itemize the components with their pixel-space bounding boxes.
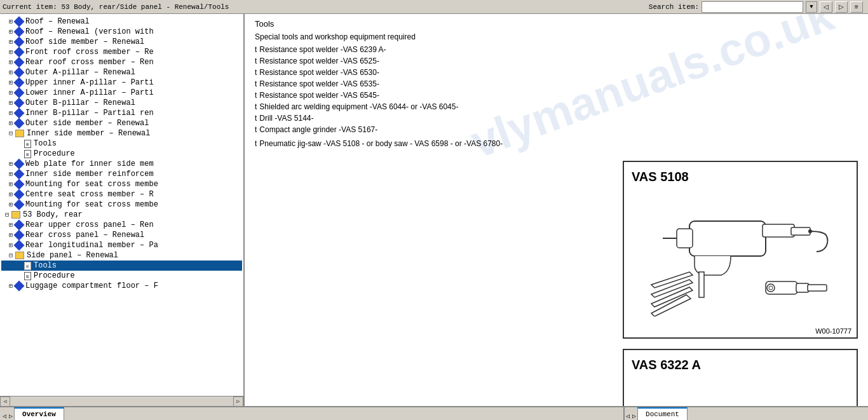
expand-icon[interactable]: ⊟ — [6, 251, 15, 260]
diamond-icon — [14, 159, 25, 170]
tree-item-side-panel-renewal[interactable]: ⊟ Side panel – Renewal — [1, 250, 242, 261]
main-container: ⊞ Roof – Renewal ⊞ Roof – Renewal (versi… — [0, 14, 868, 420]
tree-item-upper-inner-a[interactable]: ⊞ Upper inner A-pillar – Parti — [1, 78, 242, 88]
svg-rect-2 — [763, 224, 794, 237]
tree-label: Roof – Renewal — [25, 17, 90, 26]
svg-rect-1 — [677, 229, 693, 248]
tool-text: Resistance spot welder -VAS 6525- — [259, 57, 379, 65]
tree-item-roof-side-member[interactable]: ⊞ Roof side member – Renewal — [1, 37, 242, 47]
vas-5108-title: VAS 5108 — [632, 170, 849, 184]
tree-item-roof-renewal[interactable]: ⊞ Roof – Renewal — [1, 17, 242, 27]
right-panel[interactable]: vlymanuals.co.uk Tools Special tools and… — [245, 14, 868, 406]
svg-rect-8 — [796, 283, 809, 292]
search-area: Search item: ▼ ◁ ▷ ≡ — [649, 1, 863, 13]
right-nav-next[interactable]: ▷ — [631, 412, 637, 420]
folder-open-icon — [11, 211, 20, 219]
left-panel: ⊞ Roof – Renewal ⊞ Roof – Renewal (versi… — [0, 14, 245, 406]
tree-item-inner-b-pillar[interactable]: ⊞ Inner B-pillar – Partial ren — [1, 108, 242, 118]
svg-point-11 — [769, 286, 773, 290]
tree-item-mounting-seat-1[interactable]: ⊞ Mounting for seat cross membe — [1, 179, 242, 189]
search-options-button[interactable]: ≡ — [850, 1, 863, 13]
tree-item-outer-a-pillar[interactable]: ⊞ Outer A-pillar – Renewal — [1, 67, 242, 78]
tree-item-web-plate[interactable]: ⊞ Web plate for inner side mem — [1, 159, 242, 169]
scroll-left-arrow[interactable]: ◁ — [0, 396, 10, 407]
tree-item-side-panel-procedure[interactable]: ≡ Procedure — [1, 271, 242, 281]
tree-label: Roof – Renewal (version with — [25, 27, 154, 36]
tree-label: Web plate for inner side mem — [25, 159, 154, 168]
diamond-icon — [14, 67, 25, 78]
tree-label: Mounting for seat cross membe — [25, 180, 158, 189]
tab-document[interactable]: Document — [637, 407, 688, 420]
tree-item-roof-renewal-version[interactable]: ⊞ Roof – Renewal (version with — [1, 27, 242, 37]
tool-text: Pneumatic jig-saw -VAS 5108 - or body sa… — [259, 139, 503, 148]
svg-rect-0 — [689, 221, 766, 256]
tool-item-4: t Resistance spot welder -VAS 6535- — [255, 79, 858, 88]
doc-icon: ≡ — [24, 150, 31, 158]
tool-text: Resistance spot welder -VAS 6535- — [259, 79, 379, 88]
expand-icon[interactable]: ⊟ — [3, 210, 11, 219]
expand-icon[interactable]: ⊟ — [6, 129, 15, 138]
left-nav-prev[interactable]: ◁ — [1, 412, 8, 420]
diamond-icon — [14, 179, 25, 190]
vas-6322-title: VAS 6322 A — [632, 358, 849, 372]
svg-rect-9 — [808, 285, 827, 291]
tree-item-rear-cross-panel[interactable]: ⊞ Rear cross panel – Renewal — [1, 230, 242, 240]
tree-item-rear-longitudinal[interactable]: ⊞ Rear longitudinal member – Pa — [1, 240, 242, 250]
diamond-icon — [14, 200, 25, 210]
tree-item-rear-upper-cross[interactable]: ⊞ Rear upper cross panel – Ren — [1, 220, 242, 230]
tool-item-8: t Compact angle grinder -VAS 5167- — [255, 125, 858, 134]
tree-label: Inner side member reinforcem — [25, 170, 154, 179]
diamond-icon — [14, 118, 25, 129]
diamond-icon — [14, 98, 25, 109]
search-next-button[interactable]: ▷ — [835, 1, 848, 13]
tree-label: Upper inner A-pillar – Parti — [25, 78, 154, 87]
tree-label: Procedure — [34, 149, 75, 158]
tool-item-9: t Pneumatic jig-saw -VAS 5108 - or body … — [255, 139, 858, 148]
tree-item-inner-side-procedure[interactable]: ≡ Procedure — [1, 149, 242, 159]
diamond-icon — [14, 57, 25, 68]
tree-item-centre-seat[interactable]: ⊞ Centre seat cross member – R — [1, 189, 242, 200]
tool-item-5: t Resistance spot welder -VAS 6545- — [255, 91, 858, 100]
tree-item-luggage-floor[interactable]: ⊞ Luggage compartment floor – F — [1, 281, 242, 291]
tree-label: Lower inner A-pillar – Parti — [25, 88, 154, 97]
diamond-icon — [14, 220, 25, 231]
tree-container[interactable]: ⊞ Roof – Renewal ⊞ Roof – Renewal (versi… — [0, 14, 243, 396]
content-area: ⊞ Roof – Renewal ⊞ Roof – Renewal (versi… — [0, 14, 868, 406]
tool-item-3: t Resistance spot welder -VAS 6530- — [255, 68, 858, 77]
tab-overview-label: Overview — [22, 410, 56, 418]
tool-svg — [639, 189, 842, 316]
tree-item-inner-side-member[interactable]: ⊟ Inner side member – Renewal — [1, 128, 242, 139]
right-nav-prev[interactable]: ◁ — [625, 412, 631, 420]
bullet: t — [255, 45, 257, 54]
tree-label: Side panel – Renewal — [27, 251, 118, 260]
left-panel-hscroll[interactable]: ◁ ▷ — [0, 396, 243, 406]
tree-item-front-roof-cross[interactable]: ⊞ Front roof cross member – Re — [1, 47, 242, 57]
tree-item-inner-side-reinforce[interactable]: ⊞ Inner side member reinforcem — [1, 169, 242, 179]
left-nav-next[interactable]: ▷ — [8, 412, 14, 420]
bullet: t — [255, 68, 257, 77]
tree-item-mounting-seat-2[interactable]: ⊞ Mounting for seat cross membe — [1, 200, 242, 210]
tree-item-outer-side-member[interactable]: ⊞ Outer side member – Renewal — [1, 118, 242, 128]
tree-item-lower-inner-a[interactable]: ⊞ Lower inner A-pillar – Parti — [1, 88, 242, 98]
search-input[interactable] — [702, 1, 803, 13]
vas-6322-box: VAS 6322 A — [623, 349, 858, 406]
tree-label: 53 Body, rear — [23, 210, 83, 219]
tree-item-side-panel-tools[interactable]: ≡ Tools — [1, 261, 242, 271]
bullet: t — [255, 79, 257, 88]
diamond-icon — [14, 169, 25, 180]
search-prev-button[interactable]: ◁ — [820, 1, 832, 13]
bullet: t — [255, 114, 257, 123]
scroll-right-arrow[interactable]: ▷ — [233, 396, 243, 407]
diamond-icon — [14, 281, 25, 292]
tree-item-outer-b-pillar[interactable]: ⊞ Outer B-pillar – Renewal — [1, 98, 242, 108]
diamond-icon — [14, 240, 25, 251]
tree-label: Rear longitudinal member – Pa — [25, 241, 158, 250]
tree-item-53-body-rear[interactable]: ⊟ 53 Body, rear — [1, 210, 242, 220]
vas-5108-ref: W00-10777 — [815, 327, 851, 335]
diamond-icon — [14, 108, 25, 119]
dropdown-arrow-icon[interactable]: ▼ — [806, 1, 817, 13]
tab-overview[interactable]: Overview — [14, 407, 64, 420]
tree-item-rear-roof-cross[interactable]: ⊞ Rear roof cross member – Ren — [1, 57, 242, 67]
content-inner: Tools Special tools and workshop equipme… — [255, 19, 858, 406]
tree-item-inner-side-tools[interactable]: ≡ Tools — [1, 139, 242, 149]
